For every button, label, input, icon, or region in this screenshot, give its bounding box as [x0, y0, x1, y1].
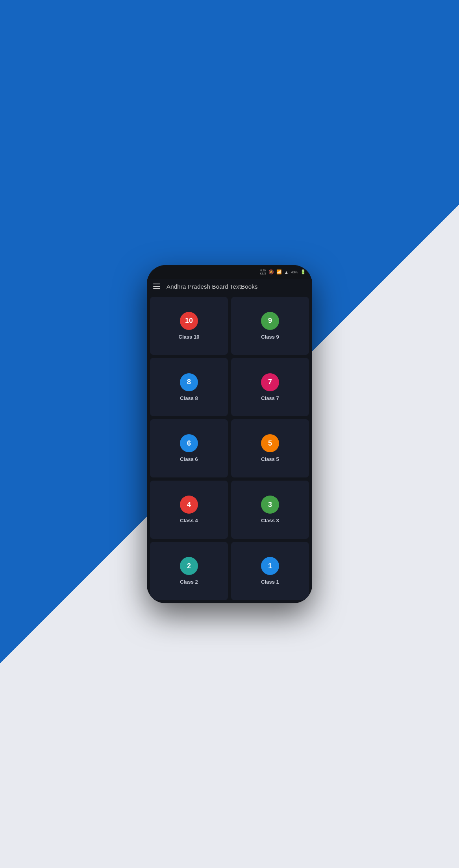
class-card-2[interactable]: 2Class 2	[150, 542, 228, 600]
class-label-7: Class 7	[261, 395, 279, 401]
notification-bell-icon: 🔕	[268, 269, 274, 275]
class-badge-8: 8	[180, 373, 198, 391]
class-badge-9: 9	[261, 312, 279, 330]
app-header: Andhra Pradesh Board TextBooks	[147, 279, 312, 294]
class-badge-1: 1	[261, 557, 279, 575]
class-card-8[interactable]: 8Class 8	[150, 358, 228, 416]
class-card-6[interactable]: 6Class 6	[150, 419, 228, 477]
class-badge-3: 3	[261, 496, 279, 514]
class-grid: 10Class 109Class 98Class 87Class 76Class…	[147, 294, 312, 603]
battery-icon: 🔋	[300, 269, 306, 275]
class-card-5[interactable]: 5Class 5	[231, 419, 309, 477]
class-card-1[interactable]: 1Class 1	[231, 542, 309, 600]
class-badge-10: 10	[180, 312, 198, 330]
class-label-6: Class 6	[180, 456, 198, 462]
class-badge-5: 5	[261, 434, 279, 452]
app-title: Andhra Pradesh Board TextBooks	[167, 283, 258, 290]
class-label-10: Class 10	[179, 334, 200, 340]
class-label-2: Class 2	[180, 579, 198, 585]
class-label-3: Class 3	[261, 518, 279, 523]
class-label-1: Class 1	[261, 579, 279, 585]
class-label-8: Class 8	[180, 395, 198, 401]
class-card-10[interactable]: 10Class 10	[150, 297, 228, 355]
battery-percent: 43%	[291, 270, 298, 274]
class-badge-6: 6	[180, 434, 198, 452]
signal-icon: ▲	[284, 270, 289, 275]
class-card-3[interactable]: 3Class 3	[231, 481, 309, 539]
network-speed: 0.20KB/S	[260, 269, 266, 275]
class-badge-2: 2	[180, 557, 198, 575]
class-card-9[interactable]: 9Class 9	[231, 297, 309, 355]
phone-frame: 0.20KB/S 🔕 📶 ▲ 43% 🔋 Andhra Pradesh Boar…	[147, 265, 312, 603]
class-badge-4: 4	[180, 496, 198, 514]
class-label-5: Class 5	[261, 456, 279, 462]
status-bar: 0.20KB/S 🔕 📶 ▲ 43% 🔋	[147, 265, 312, 279]
class-label-4: Class 4	[180, 518, 198, 523]
class-card-4[interactable]: 4Class 4	[150, 481, 228, 539]
class-badge-7: 7	[261, 373, 279, 391]
menu-button[interactable]	[153, 284, 160, 289]
class-card-7[interactable]: 7Class 7	[231, 358, 309, 416]
app-screen: Andhra Pradesh Board TextBooks 10Class 1…	[147, 279, 312, 603]
wifi-icon: 📶	[276, 269, 282, 275]
class-label-9: Class 9	[261, 334, 279, 340]
